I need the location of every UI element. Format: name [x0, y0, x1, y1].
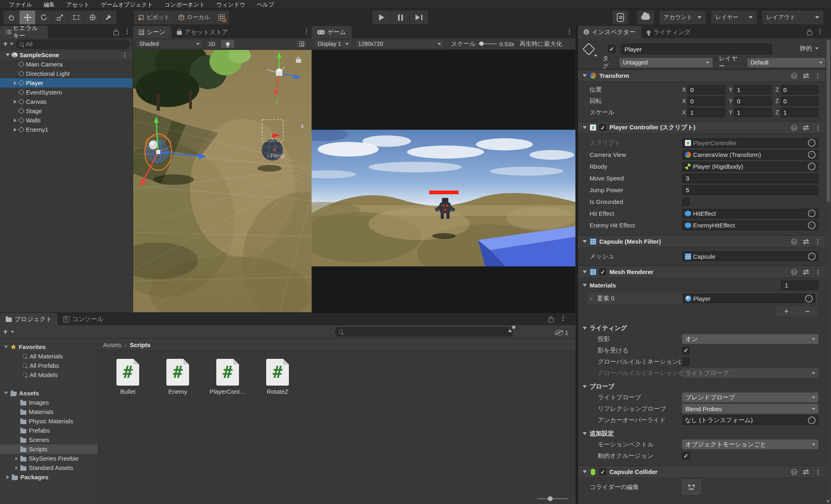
property-dropdown[interactable]: ライトプローブ [682, 368, 818, 378]
grid-snap-button[interactable] [214, 11, 229, 24]
scrollbar-down-arrow[interactable] [827, 500, 830, 503]
property-dropdown[interactable]: オン [682, 334, 818, 344]
cloud-button[interactable] [637, 11, 654, 24]
shading-mode-dropdown[interactable]: Shaded [136, 39, 203, 48]
materials-count-field[interactable]: 1 [781, 281, 818, 290]
project-tree-item[interactable]: Prefabs [0, 426, 98, 435]
hierarchy-item[interactable]: Walls [0, 116, 133, 125]
tab-project[interactable]: プロジェクト [0, 313, 58, 325]
expand-icon[interactable] [6, 475, 9, 479]
presets-icon[interactable] [803, 73, 809, 78]
x-input[interactable]: 0 [687, 97, 725, 106]
project-lock-icon[interactable] [549, 317, 554, 324]
custom-tool-button[interactable] [101, 11, 117, 24]
presets-icon[interactable] [803, 125, 809, 130]
hierarchy-item[interactable]: Player [0, 78, 133, 88]
object-picker-icon[interactable] [808, 210, 816, 217]
foldout-icon[interactable] [583, 385, 587, 388]
tab-hierarchy[interactable]: ヒエラルキー [0, 26, 48, 38]
expand-icon[interactable] [4, 392, 8, 395]
capsule-collider-header[interactable]: Capsule Collider ? [578, 465, 826, 478]
menu-item[interactable]: ヘルプ [251, 0, 280, 9]
step-button[interactable] [410, 11, 428, 24]
tab-scene[interactable]: シーン [133, 26, 171, 38]
hierarchy-item[interactable]: Enemy1 [0, 125, 133, 134]
foldout-icon[interactable] [583, 432, 587, 435]
property-checkbox[interactable] [682, 198, 690, 206]
tab-inspector[interactable]: i インスペクター [578, 26, 641, 38]
component-menu-icon[interactable] [815, 240, 821, 244]
inspector-lock-icon[interactable] [807, 30, 812, 36]
play-button[interactable] [372, 11, 391, 24]
add-material-button[interactable]: + [784, 307, 789, 316]
project-menu-button[interactable] [560, 316, 566, 320]
component-menu-icon[interactable] [815, 270, 821, 274]
gizmo-y-label[interactable]: y [276, 98, 278, 104]
add-object-dropdown-icon[interactable] [10, 43, 13, 45]
rect-tool-button[interactable] [68, 11, 84, 24]
rotate-tool-button[interactable] [36, 11, 52, 24]
packages-root[interactable]: Packages [0, 472, 98, 482]
expand-icon[interactable] [14, 100, 17, 104]
hierarchy-search-input[interactable]: All [16, 40, 129, 49]
expand-icon[interactable] [14, 118, 17, 122]
tab-console[interactable]: コンソール [58, 313, 109, 325]
transform-tool-button[interactable] [84, 11, 101, 24]
expand-icon[interactable] [15, 466, 18, 470]
project-tree-item[interactable]: Images [0, 398, 98, 407]
drag-handle-icon[interactable]: = [590, 296, 593, 302]
asset-file-item[interactable]: # Bullet [110, 359, 146, 395]
gizmo-z-label[interactable]: z [301, 123, 304, 129]
assets-root[interactable]: Assets [0, 388, 98, 398]
layout-dropdown[interactable]: レイアウト [762, 11, 823, 24]
scene-gizmos-grid-button[interactable] [295, 39, 308, 48]
tag-dropdown[interactable]: Untagged [620, 58, 713, 67]
object-picker-icon[interactable] [808, 221, 816, 229]
asset-file-item[interactable]: # RotateZ [259, 359, 296, 395]
tab-game[interactable]: ゲーム [312, 26, 352, 38]
project-tree-item[interactable]: SkySeries Freebie [0, 454, 98, 463]
property-dropdown[interactable]: Blend Probes [682, 404, 818, 414]
object-picker-icon[interactable] [808, 163, 816, 170]
pause-button[interactable] [391, 11, 410, 24]
material-object-field[interactable]: Player [682, 294, 816, 303]
scene-menu-button[interactable] [304, 29, 310, 33]
breadcrumb-root[interactable]: Assets [103, 341, 121, 348]
y-input[interactable]: 1 [734, 85, 772, 94]
create-asset-button[interactable]: + [3, 328, 8, 336]
hierarchy-item[interactable]: EventSystem [0, 88, 133, 97]
help-icon[interactable]: ? [791, 269, 797, 275]
hidden-packages-toggle[interactable]: 1 [555, 329, 568, 336]
object-picker-icon[interactable] [808, 416, 816, 424]
y-input[interactable]: 1 [734, 108, 772, 117]
presets-icon[interactable] [803, 269, 809, 275]
object-picker-icon[interactable] [808, 253, 816, 260]
scale-tool-button[interactable] [52, 11, 68, 24]
project-tree-item[interactable]: Standard Assets [0, 463, 98, 472]
hierarchy-item[interactable]: Canvas [0, 97, 133, 106]
project-tree-item[interactable]: Physic Materials [0, 416, 98, 426]
hierarchy-item[interactable]: Main Camera [0, 60, 133, 69]
project-tree-item[interactable]: Scripts [0, 444, 98, 454]
component-enabled-checkbox[interactable] [599, 124, 606, 131]
favorites-root[interactable]: Favorites [0, 342, 98, 352]
slider-knob[interactable] [548, 496, 553, 501]
tab-asset-store[interactable]: アセットストア [171, 26, 234, 38]
project-tree-item[interactable]: Scenes [0, 435, 98, 444]
display-dropdown[interactable]: Display 1 [314, 39, 352, 48]
hand-tool-button[interactable] [3, 11, 19, 24]
expand-icon[interactable] [4, 345, 8, 348]
menu-item[interactable]: コンポーネント [159, 0, 211, 9]
version-control-button[interactable] [613, 11, 628, 24]
active-checkbox[interactable] [608, 45, 616, 53]
expand-icon[interactable] [14, 128, 17, 132]
probes-section-foldout[interactable]: プローブ [578, 381, 826, 392]
object-picker-icon[interactable] [805, 295, 813, 302]
menu-item[interactable]: アセット [60, 0, 95, 9]
pivot-toggle-button[interactable]: ピボット [134, 11, 174, 24]
property-dropdown[interactable]: オブジェクトモーションごと [682, 440, 818, 449]
x-input[interactable]: 0 [687, 85, 725, 94]
property-input[interactable]: 3 [682, 174, 818, 183]
hierarchy-lock-icon[interactable] [114, 30, 119, 36]
player-controller-header[interactable]: Player Controller (スクリプト) ? [578, 121, 826, 134]
